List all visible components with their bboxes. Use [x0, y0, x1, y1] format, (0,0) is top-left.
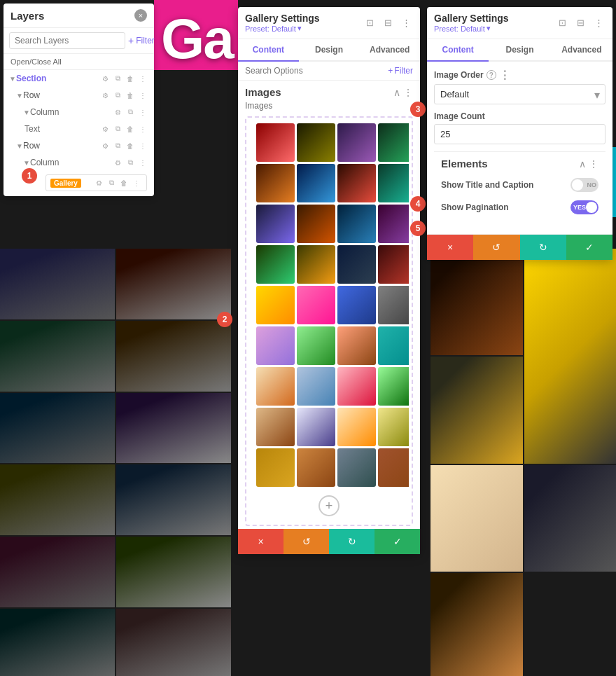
show-pagination-toggle[interactable]: YES [570, 200, 598, 214]
layer-row2-menu-icon[interactable]: ⋮ [137, 140, 148, 151]
tab-content[interactable]: Content [238, 39, 299, 62]
layer-text-settings-icon[interactable]: ⚙ [99, 123, 111, 134]
layer-col2-settings-icon[interactable]: ⚙ [112, 157, 123, 168]
layer-col2-menu-icon[interactable]: ⋮ [137, 157, 148, 168]
tab-design[interactable]: Design [299, 39, 360, 62]
image-thumb[interactable] [256, 164, 295, 202]
image-thumb[interactable] [337, 123, 376, 162]
right-panel-more-icon[interactable]: ⋮ [592, 16, 606, 30]
layer-col1-settings-icon[interactable]: ⚙ [112, 106, 123, 118]
image-thumb[interactable] [378, 448, 409, 487]
layer-row1-menu-icon[interactable]: ⋮ [137, 90, 148, 101]
image-thumb[interactable] [297, 326, 335, 365]
image-thumb[interactable] [337, 367, 376, 406]
image-thumb[interactable] [256, 205, 295, 243]
layer-row2-settings-icon[interactable]: ⚙ [99, 140, 111, 151]
image-count-input[interactable] [434, 124, 606, 144]
image-thumb[interactable] [297, 164, 335, 202]
image-thumb[interactable] [337, 245, 376, 284]
gallery-copy-icon[interactable]: ⧉ [106, 177, 117, 188]
gallery-settings-icon[interactable]: ⚙ [93, 177, 104, 188]
layer-row1-copy-icon[interactable]: ⧉ [112, 90, 123, 101]
image-thumb[interactable] [378, 408, 409, 446]
image-thumb[interactable] [337, 326, 376, 365]
more-options-icon[interactable]: ⋮ [499, 69, 512, 81]
layer-col1-copy-icon[interactable]: ⧉ [125, 106, 136, 118]
gallery-menu-icon[interactable]: ⋮ [131, 177, 142, 188]
layer-settings-icon[interactable]: ⚙ [99, 73, 111, 84]
image-thumb[interactable] [297, 123, 335, 162]
image-thumb[interactable] [297, 286, 335, 324]
layer-row1-delete-icon[interactable]: 🗑 [125, 90, 136, 101]
right-tab-advanced[interactable]: Advanced [551, 39, 612, 62]
layer-row1-settings-icon[interactable]: ⚙ [99, 90, 111, 101]
right-redo-button[interactable]: ↻ [520, 235, 566, 260]
show-title-caption-toggle[interactable]: NO [570, 178, 598, 192]
panel-more-icon[interactable]: ⋮ [399, 16, 413, 30]
layer-text-copy-icon[interactable]: ⧉ [112, 123, 123, 134]
layers-close-button[interactable]: × [134, 9, 147, 22]
image-thumb[interactable] [256, 326, 295, 365]
layer-gallery-item[interactable]: Gallery ⚙ ⧉ 🗑 ⋮ [46, 174, 147, 191]
image-thumb[interactable] [337, 448, 376, 487]
right-cancel-button[interactable]: × [427, 235, 473, 260]
search-options-input[interactable] [245, 66, 384, 76]
left-undo-button[interactable]: ↺ [284, 529, 329, 554]
layer-col2-copy-icon[interactable]: ⧉ [125, 157, 136, 168]
panel-split-icon[interactable]: ⊟ [381, 16, 395, 30]
layer-row2-delete-icon[interactable]: 🗑 [125, 140, 136, 151]
elements-collapse-icon[interactable]: ∧ [579, 158, 586, 170]
left-cancel-button[interactable]: × [238, 529, 284, 554]
image-thumb[interactable] [256, 245, 295, 284]
right-save-button[interactable]: ✓ [566, 235, 612, 260]
right-panel-minimize-icon[interactable]: ⊡ [555, 16, 569, 30]
image-thumb[interactable] [378, 286, 409, 324]
layer-text-menu-icon[interactable]: ⋮ [137, 123, 148, 134]
layer-menu-icon[interactable]: ⋮ [137, 73, 148, 84]
image-thumb[interactable] [256, 123, 295, 162]
layer-row2-copy-icon[interactable]: ⧉ [112, 140, 123, 151]
left-panel-preset[interactable]: Preset: Default ▾ [245, 24, 320, 33]
right-tab-content[interactable]: Content [427, 39, 489, 62]
image-thumb[interactable] [297, 205, 335, 243]
layer-text-delete-icon[interactable]: 🗑 [125, 123, 136, 134]
layers-filter-button[interactable]: + Filter [128, 35, 155, 46]
image-thumb[interactable] [378, 123, 409, 162]
help-icon[interactable]: ? [486, 70, 496, 80]
options-filter-button[interactable]: + Filter [388, 66, 413, 76]
image-order-select[interactable]: Default Ascending Descending Random [434, 84, 606, 104]
right-tab-design[interactable]: Design [489, 39, 550, 62]
elements-more-icon[interactable]: ⋮ [589, 158, 598, 170]
image-thumb[interactable] [256, 448, 295, 487]
image-thumb[interactable] [297, 448, 335, 487]
image-thumb[interactable] [378, 326, 409, 365]
image-thumb[interactable] [297, 367, 335, 406]
gallery-delete-icon[interactable]: 🗑 [118, 177, 130, 188]
images-more-icon[interactable]: ⋮ [403, 87, 413, 98]
image-thumb[interactable] [297, 408, 335, 446]
image-thumb[interactable] [256, 286, 295, 324]
image-thumb[interactable] [378, 367, 409, 406]
image-thumb[interactable] [337, 205, 376, 243]
right-panel-split-icon[interactable]: ⊟ [573, 16, 587, 30]
image-thumb[interactable] [378, 245, 409, 284]
right-panel-preset[interactable]: Preset: Default ▾ [434, 24, 509, 33]
layer-copy-icon[interactable]: ⧉ [112, 73, 123, 84]
open-close-all[interactable]: Open/Close All [4, 54, 154, 70]
image-thumb[interactable] [337, 408, 376, 446]
add-image-button[interactable]: + [318, 495, 340, 516]
image-thumb[interactable] [337, 164, 376, 202]
panel-minimize-icon[interactable]: ⊡ [363, 16, 377, 30]
images-collapse-icon[interactable]: ∧ [393, 87, 400, 98]
layers-search-input[interactable] [9, 32, 125, 49]
layer-delete-icon[interactable]: 🗑 [125, 73, 136, 84]
left-redo-button[interactable]: ↻ [329, 529, 374, 554]
tab-advanced[interactable]: Advanced [359, 39, 420, 62]
image-thumb[interactable] [256, 408, 295, 446]
layer-col1-menu-icon[interactable]: ⋮ [137, 106, 148, 118]
image-thumb[interactable] [378, 205, 409, 243]
image-thumb[interactable] [256, 367, 295, 406]
left-save-button[interactable]: ✓ [374, 529, 420, 554]
add-image-area[interactable]: + [249, 490, 409, 522]
image-thumb[interactable] [378, 164, 409, 202]
